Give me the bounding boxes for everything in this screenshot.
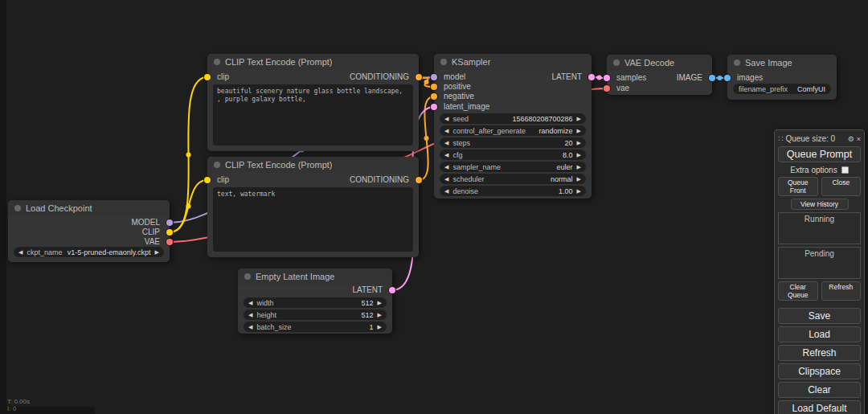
input-slot-images[interactable]: images (737, 73, 763, 83)
widget-batch-size[interactable]: ◀ batch_size 1 ▶ (244, 322, 387, 332)
slot-dot[interactable] (604, 75, 610, 81)
output-slot-clip[interactable]: CLIP (142, 227, 160, 237)
menu-drag-handle[interactable]: ∷ (778, 134, 783, 143)
increment-arrow-icon[interactable]: ▶ (378, 297, 382, 308)
increment-arrow-icon[interactable]: ▶ (378, 322, 382, 332)
slot-dot[interactable] (431, 84, 437, 90)
increment-arrow-icon[interactable]: ▶ (577, 162, 581, 172)
clear-queue-button[interactable]: Clear Queue (778, 281, 818, 301)
widget-control-after-generate[interactable]: ◀ control_after_generate randomize ▶ (440, 125, 586, 136)
close-menu-icon[interactable]: × (857, 135, 861, 143)
prompt-textarea[interactable]: beautiful scenery nature glass bottle la… (213, 84, 413, 146)
widget-sampler-name[interactable]: ◀ sampler_name euler ▶ (440, 162, 586, 172)
load-default-button[interactable]: Load Default (778, 400, 861, 414)
decrement-arrow-icon[interactable]: ◀ (248, 322, 252, 332)
decrement-arrow-icon[interactable]: ◀ (444, 162, 448, 172)
node-title-bar[interactable]: KSampler (434, 54, 592, 70)
decrement-arrow-icon[interactable]: ◀ (444, 137, 448, 148)
node-title-bar[interactable]: VAE Decode (607, 55, 712, 71)
save-button[interactable]: Save (778, 308, 861, 324)
collapse-dot[interactable] (214, 59, 220, 65)
prompt-textarea[interactable]: text, watermark (213, 187, 413, 252)
slot-dot[interactable] (389, 287, 395, 293)
input-slot-clip[interactable]: clip (217, 175, 229, 185)
node-clip-text-encode-positive[interactable]: CLIP Text Encode (Prompt) clip CONDITION… (207, 54, 419, 151)
node-title-bar[interactable]: Empty Latent Image (238, 268, 392, 285)
refresh-button[interactable]: Refresh (778, 345, 861, 361)
collapse-dot[interactable] (244, 273, 251, 280)
graph-canvas[interactable]: Load Checkpoint MODEL CLIP VAE ◀ ckpt_na… (0, 0, 868, 414)
increment-arrow-icon[interactable]: ▶ (577, 137, 581, 148)
slot-dot[interactable] (588, 74, 595, 80)
increment-arrow-icon[interactable]: ▶ (577, 150, 581, 160)
slot-dot[interactable] (166, 229, 173, 236)
node-title-bar[interactable]: Save Image (727, 55, 837, 71)
output-slot-vae[interactable]: VAE (145, 237, 160, 247)
clipspace-button[interactable]: Clipspace (778, 363, 861, 379)
input-slot-vae[interactable]: vae (616, 84, 629, 93)
increment-arrow-icon[interactable]: ▶ (577, 174, 581, 184)
comfy-menu-panel[interactable]: ∷ Queue size: 0 ⚙ × Queue Prompt Extra o… (774, 129, 865, 414)
slot-dot[interactable] (431, 93, 437, 100)
increment-arrow-icon[interactable]: ▶ (577, 113, 581, 124)
node-ksampler[interactable]: KSampler model positive negative latent_… (434, 54, 592, 199)
node-title-bar[interactable]: CLIP Text Encode (Prompt) (207, 157, 419, 173)
slot-dot[interactable] (431, 74, 437, 80)
input-slot-negative[interactable]: negative (444, 92, 474, 101)
slot-dot[interactable] (416, 74, 422, 80)
slot-dot[interactable] (204, 74, 211, 80)
increment-arrow-icon[interactable]: ▶ (155, 247, 159, 257)
decrement-arrow-icon[interactable]: ◀ (444, 150, 448, 160)
widget-scheduler[interactable]: ◀ scheduler normal ▶ (440, 174, 586, 184)
slot-dot[interactable] (166, 219, 173, 226)
collapse-dot[interactable] (440, 59, 447, 65)
node-clip-text-encode-negative[interactable]: CLIP Text Encode (Prompt) clip CONDITION… (207, 157, 419, 257)
slot-dot[interactable] (204, 177, 211, 183)
input-slot-latent-image[interactable]: latent_image (444, 102, 489, 112)
widget-ckpt-name[interactable]: ◀ ckpt_name v1-5-pruned-emaonly.ckpt ▶ (14, 247, 164, 257)
close-queue-view-button[interactable]: Close (821, 177, 862, 196)
collapse-dot[interactable] (214, 162, 220, 168)
output-slot-latent[interactable]: LATENT (551, 72, 582, 82)
input-slot-clip[interactable]: clip (217, 72, 229, 82)
settings-gear-icon[interactable]: ⚙ (848, 135, 854, 143)
refresh-queue-button[interactable]: Refresh (821, 281, 862, 301)
decrement-arrow-icon[interactable]: ◀ (444, 186, 448, 196)
widget-width[interactable]: ◀ width 512 ▶ (244, 297, 387, 308)
increment-arrow-icon[interactable]: ▶ (378, 309, 382, 320)
collapse-dot[interactable] (613, 59, 620, 66)
decrement-arrow-icon[interactable]: ◀ (444, 113, 448, 124)
slot-dot[interactable] (166, 239, 173, 245)
node-empty-latent-image[interactable]: Empty Latent Image LATENT ◀ width 512 ▶ … (238, 268, 392, 334)
node-title-bar[interactable]: Load Checkpoint (8, 200, 170, 216)
output-slot-conditioning[interactable]: CONDITIONING (350, 72, 409, 82)
queue-prompt-button[interactable]: Queue Prompt (778, 146, 861, 162)
widget-denoise[interactable]: ◀ denoise 1.00 ▶ (440, 186, 586, 196)
clear-button[interactable]: Clear (778, 382, 861, 398)
input-slot-positive[interactable]: positive (444, 82, 471, 92)
slot-dot[interactable] (709, 75, 715, 81)
increment-arrow-icon[interactable]: ▶ (577, 186, 581, 196)
slot-dot[interactable] (724, 75, 731, 81)
node-vae-decode[interactable]: VAE Decode samples vae IMAGE (607, 55, 712, 95)
queue-front-button[interactable]: Queue Front (778, 177, 818, 196)
slot-dot[interactable] (604, 85, 610, 92)
input-slot-samples[interactable]: samples (616, 73, 646, 83)
output-slot-image[interactable]: IMAGE (677, 73, 702, 83)
decrement-arrow-icon[interactable]: ◀ (18, 247, 23, 257)
slot-dot[interactable] (431, 104, 437, 110)
extra-options-checkbox[interactable] (841, 166, 849, 174)
decrement-arrow-icon[interactable]: ◀ (444, 125, 448, 136)
input-slot-model[interactable]: model (444, 72, 465, 82)
output-slot-conditioning[interactable]: CONDITIONING (350, 175, 409, 185)
widget-cfg[interactable]: ◀ cfg 8.0 ▶ (440, 150, 586, 160)
decrement-arrow-icon[interactable]: ◀ (444, 174, 448, 184)
load-button[interactable]: Load (778, 326, 861, 342)
increment-arrow-icon[interactable]: ▶ (577, 125, 581, 136)
slot-dot[interactable] (416, 177, 422, 183)
collapse-dot[interactable] (734, 59, 740, 66)
decrement-arrow-icon[interactable]: ◀ (248, 309, 252, 320)
collapse-dot[interactable] (14, 205, 21, 211)
decrement-arrow-icon[interactable]: ◀ (248, 297, 252, 308)
node-load-checkpoint[interactable]: Load Checkpoint MODEL CLIP VAE ◀ ckpt_na… (8, 200, 170, 262)
